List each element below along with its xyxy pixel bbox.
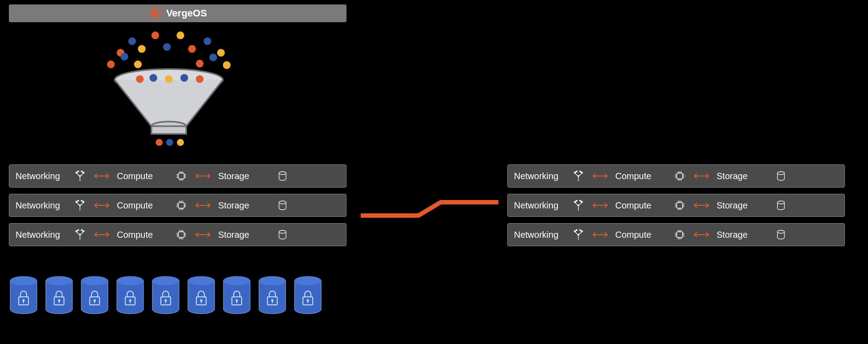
svg-point-167 — [46, 276, 72, 285]
cpu-icon — [673, 199, 686, 212]
svg-point-108 — [777, 172, 784, 175]
data-dot-icon — [196, 75, 203, 83]
data-dot-icon — [163, 43, 171, 51]
encrypted-db-icon — [115, 276, 145, 315]
funnel-graphic — [80, 27, 258, 160]
left-resource-stack: Networking — [9, 164, 346, 246]
networking-icon — [73, 228, 87, 241]
resource-bar: Networking — [507, 164, 845, 188]
encrypted-db-icon — [44, 276, 74, 315]
vergeos-logo-icon — [148, 7, 162, 20]
compute-label: Compute — [615, 200, 669, 211]
encrypted-db-icon — [258, 276, 287, 315]
svg-rect-16 — [179, 173, 184, 179]
storage-cylinder-icon — [774, 199, 788, 212]
bidirectional-arrow-icon — [693, 202, 710, 209]
cpu-icon — [175, 169, 188, 183]
data-dot-icon — [209, 53, 217, 61]
encrypted-db-icon — [80, 276, 109, 315]
svg-point-86 — [578, 176, 579, 177]
compute-label: Compute — [117, 200, 170, 211]
resource-bar: Networking — [9, 164, 346, 188]
compute-label: Compute — [117, 230, 170, 240]
storage-cylinder-icon — [276, 169, 289, 183]
networking-label: Networking — [514, 230, 567, 240]
svg-rect-68 — [179, 232, 184, 238]
networking-label: Networking — [16, 171, 69, 181]
data-dot-icon — [166, 139, 173, 146]
networking-label: Networking — [514, 200, 567, 211]
data-dot-icon — [177, 139, 184, 146]
svg-point-8 — [80, 176, 81, 177]
resource-bar: Networking — [9, 223, 346, 246]
storage-label: Storage — [717, 200, 770, 211]
svg-point-202 — [295, 276, 321, 285]
svg-point-197 — [259, 276, 286, 285]
svg-point-187 — [188, 276, 215, 285]
svg-point-56 — [279, 201, 286, 204]
data-dot-icon — [120, 53, 128, 60]
networking-label: Networking — [16, 200, 69, 211]
compute-label: Compute — [615, 171, 669, 181]
svg-point-34 — [80, 205, 81, 206]
svg-point-138 — [578, 234, 579, 236]
bidirectional-arrow-icon — [93, 202, 111, 209]
connection-link-icon — [361, 191, 498, 227]
storage-label: Storage — [717, 230, 770, 240]
svg-point-160 — [777, 230, 784, 233]
cpu-icon — [175, 199, 188, 212]
svg-point-30 — [279, 172, 286, 175]
encrypted-db-icon — [187, 276, 216, 315]
data-dot-icon — [223, 61, 231, 69]
networking-icon — [572, 199, 585, 212]
svg-rect-120 — [677, 203, 683, 208]
data-dot-icon — [138, 45, 145, 52]
data-dot-icon — [203, 37, 211, 45]
right-resource-stack: Networking — [507, 164, 845, 246]
data-dot-icon — [180, 74, 188, 82]
bidirectional-arrow-icon — [93, 172, 111, 180]
storage-cylinder-icon — [774, 228, 788, 241]
svg-point-82 — [279, 230, 286, 233]
networking-label: Networking — [16, 230, 69, 240]
encrypted-db-icon — [222, 276, 251, 315]
svg-point-192 — [223, 276, 250, 285]
data-dot-icon — [188, 45, 195, 52]
resource-bar: Networking — [507, 194, 845, 217]
storage-label: Storage — [717, 171, 770, 181]
storage-cylinder-icon — [774, 169, 788, 183]
data-dot-icon — [165, 75, 172, 83]
svg-point-172 — [81, 276, 108, 285]
cpu-icon — [175, 228, 188, 241]
svg-point-134 — [777, 201, 784, 204]
encrypted-storage-row — [9, 276, 323, 315]
networking-icon — [73, 169, 87, 183]
data-dot-icon — [150, 74, 157, 82]
cpu-icon — [673, 228, 686, 241]
encrypted-db-icon — [293, 276, 323, 315]
data-dot-icon — [151, 32, 159, 39]
bidirectional-arrow-icon — [591, 231, 609, 238]
storage-cylinder-icon — [276, 199, 289, 212]
data-dot-icon — [107, 60, 115, 68]
header-title: VergeOS — [166, 8, 207, 19]
bidirectional-arrow-icon — [693, 172, 710, 180]
svg-marker-1 — [152, 10, 158, 16]
data-dot-icon — [155, 139, 163, 146]
bidirectional-arrow-icon — [194, 172, 212, 180]
networking-label: Networking — [514, 171, 567, 181]
encrypted-db-icon — [151, 276, 180, 315]
data-dot-icon — [134, 60, 142, 68]
storage-label: Storage — [218, 200, 271, 211]
networking-icon — [572, 169, 585, 183]
cpu-icon — [673, 169, 686, 183]
data-dot-icon — [136, 75, 143, 83]
compute-label: Compute — [117, 171, 170, 181]
svg-rect-42 — [179, 203, 184, 208]
storage-cylinder-icon — [276, 228, 289, 241]
storage-label: Storage — [218, 230, 271, 240]
bidirectional-arrow-icon — [194, 202, 212, 209]
storage-label: Storage — [218, 171, 271, 181]
data-dot-icon — [217, 49, 225, 56]
resource-bar: Networking — [9, 194, 346, 217]
